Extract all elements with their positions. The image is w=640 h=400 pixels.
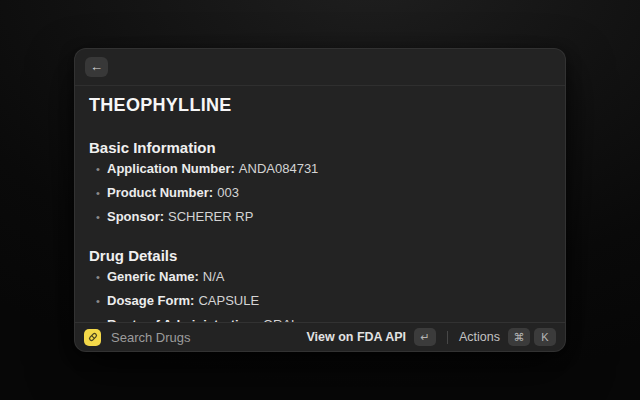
field-value: CAPSULE [198,294,259,308]
basic-information-list: • Application Number: ANDA084731 • Produ… [89,162,551,224]
list-item: • Dosage Form: CAPSULE [89,294,551,308]
k-key-icon: K [534,328,556,346]
field-value: ANDA084731 [239,162,319,176]
footer-actions: View on FDA API ↵ Actions ⌘ K [306,328,556,346]
view-on-fda-api-button[interactable]: View on FDA API ↵ [306,328,436,346]
window-footer: Search Drugs View on FDA API ↵ Actions ⌘… [75,322,565,351]
page-title: THEOPHYLLINE [89,95,551,116]
section-heading-drug-details: Drug Details [89,247,551,264]
list-item: • Product Number: 003 [89,186,551,200]
field-value: 003 [217,186,239,200]
bullet-icon: • [89,210,107,224]
bullet-icon: • [89,270,107,284]
drug-detail-window: ← THEOPHYLLINE Basic Information • Appli… [74,48,566,352]
detail-content: THEOPHYLLINE Basic Information • Applica… [75,86,565,322]
window-header: ← [75,49,565,86]
bullet-icon: • [89,162,107,176]
footer-divider [447,331,448,344]
bullet-icon: • [89,294,107,308]
list-item: • Application Number: ANDA084731 [89,162,551,176]
field-label: Product Number: [107,186,213,200]
back-button[interactable]: ← [85,57,108,77]
back-arrow-icon: ← [90,59,103,74]
field-label: Dosage Form: [107,294,194,308]
actions-button[interactable]: Actions ⌘ K [459,328,556,346]
field-label: Generic Name: [107,270,199,284]
list-item: • Sponsor: SCHERER RP [89,210,551,224]
bullet-icon: • [89,186,107,200]
view-on-fda-api-label: View on FDA API [306,330,406,344]
field-label: Sponsor: [107,210,164,224]
pill-icon [84,329,101,346]
list-item: • Generic Name: N/A [89,270,551,284]
drug-details-list: • Generic Name: N/A • Dosage Form: CAPSU… [89,270,551,322]
actions-label: Actions [459,330,500,344]
field-value: SCHERER RP [168,210,253,224]
section-heading-basic-information: Basic Information [89,139,551,156]
search-drugs-label: Search Drugs [111,330,190,345]
field-value: N/A [203,270,225,284]
command-key-icon: ⌘ [508,328,530,346]
field-label: Application Number: [107,162,235,176]
enter-key-icon: ↵ [414,328,436,346]
